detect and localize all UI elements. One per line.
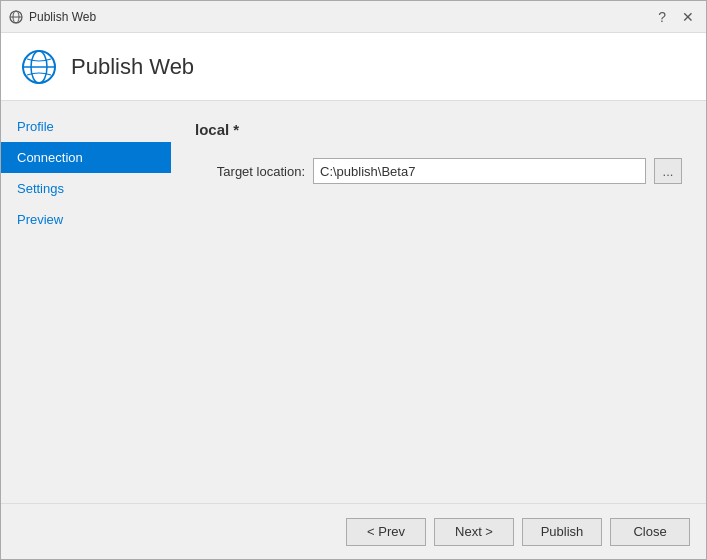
title-bar-right: ? ✕ (654, 8, 698, 26)
section-title: local * (195, 121, 682, 138)
browse-button[interactable]: ... (654, 158, 682, 184)
prev-button[interactable]: < Prev (346, 518, 426, 546)
sidebar-item-profile[interactable]: Profile (1, 111, 171, 142)
sidebar-item-settings[interactable]: Settings (1, 173, 171, 204)
app-icon (9, 10, 23, 24)
dialog-footer: < Prev Next > Publish Close (1, 503, 706, 559)
sidebar: Profile Connection Settings Preview (1, 101, 171, 503)
target-location-row: Target location: ... (195, 158, 682, 184)
dialog-header: Publish Web (1, 33, 706, 101)
main-content: local * Target location: ... (171, 101, 706, 503)
dialog-body: Profile Connection Settings Preview loca… (1, 101, 706, 503)
dialog-header-title: Publish Web (71, 54, 194, 80)
sidebar-item-preview[interactable]: Preview (1, 204, 171, 235)
publish-web-dialog: Publish Web ? ✕ Publish Web Profile Conn… (0, 0, 707, 560)
sidebar-item-connection[interactable]: Connection (1, 142, 171, 173)
publish-button[interactable]: Publish (522, 518, 602, 546)
next-button[interactable]: Next > (434, 518, 514, 546)
close-button[interactable]: Close (610, 518, 690, 546)
help-button[interactable]: ? (654, 8, 670, 26)
close-window-button[interactable]: ✕ (678, 8, 698, 26)
title-bar-left: Publish Web (9, 10, 96, 24)
window-title: Publish Web (29, 10, 96, 24)
title-bar: Publish Web ? ✕ (1, 1, 706, 33)
target-location-input[interactable] (313, 158, 646, 184)
globe-icon (21, 49, 57, 85)
target-location-label: Target location: (195, 164, 305, 179)
